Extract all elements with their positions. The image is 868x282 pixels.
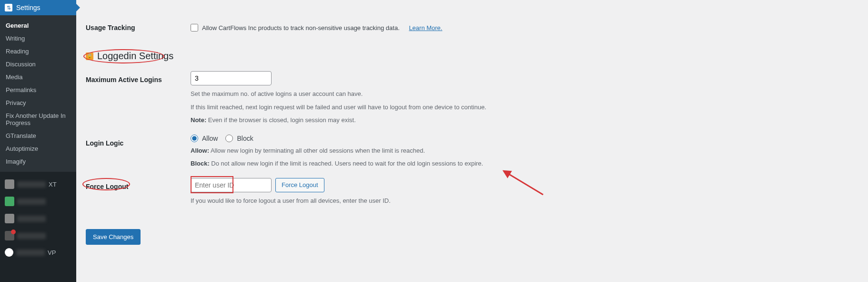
usage-tracking-label: Usage Tracking [86,19,191,31]
allow-bold: Allow: [191,147,209,154]
allow-radio[interactable] [191,135,198,142]
user-id-input[interactable] [191,178,272,192]
block-radio-label: Block [237,135,253,142]
main-content: Usage Tracking Allow CartFlows Inc produ… [76,0,868,282]
settings-submenu: General Writing Reading Discussion Media… [0,15,76,172]
submenu-privacy[interactable]: Privacy [0,96,76,109]
usage-tracking-row: Usage Tracking Allow CartFlows Inc produ… [86,19,858,31]
submenu-fix-update[interactable]: Fix Another Update In Progress [0,109,76,129]
plugin-label-blurred [17,216,46,222]
submenu-general[interactable]: General [0,19,76,32]
plugin-label-blurred [17,233,46,239]
block-description: Block: Do not allow new login if the lim… [191,159,858,168]
force-logout-desc: If you would like to force logout a user… [191,196,858,206]
plugin-item-4[interactable] [0,227,76,244]
block-bold: Block: [191,160,210,167]
usage-tracking-text: Allow CartFlows Inc products to track no… [202,24,400,31]
annotation-arrow [503,168,545,197]
save-changes-button[interactable]: Save Changes [86,229,141,245]
sidebar-plugins: XT VP [0,172,76,264]
force-logout-button[interactable]: Force Logout [275,178,324,192]
max-logins-desc2: If this limit reached, next login reques… [191,103,858,112]
plugin-item-1[interactable]: XT [0,176,76,193]
submenu-writing[interactable]: Writing [0,32,76,45]
login-logic-label: Login Logic [86,135,191,147]
max-logins-row: Maximum Active Logins Set the maximum no… [86,71,858,125]
force-logout-label-text: Force Logout [86,183,128,190]
allow-desc-text: Allow new login by terminating all other… [209,147,425,154]
force-logout-row: Force Logout Force Logout If you would l… [86,178,858,206]
submenu-autoptimize[interactable]: Autoptimize [0,142,76,155]
note-label: Note: [191,116,206,124]
plugin-vp-label: VP [48,249,56,256]
submenu-reading[interactable]: Reading [0,45,76,58]
submenu-imagify[interactable]: Imagify [0,155,76,168]
plugin-circle-icon [5,248,13,257]
submenu-media[interactable]: Media [0,71,76,84]
login-logic-row: Login Logic Allow Block Allow: Allow new… [86,135,858,168]
plugin-label-blurred [17,198,46,205]
learn-more-link[interactable]: Learn More. [409,24,442,31]
allow-radio-label: Allow [202,135,218,142]
plugin-icon [5,214,14,223]
sidebar-settings-header[interactable]: Settings [0,0,76,15]
admin-sidebar: Settings General Writing Reading Discuss… [0,0,76,282]
plugin-item-3[interactable] [0,210,76,227]
block-radio[interactable] [225,135,233,142]
sidebar-header-label: Settings [16,4,40,11]
note-text: Even if the browser is closed, login ses… [206,116,356,124]
allow-description: Allow: Allow new login by terminating al… [191,146,858,156]
max-logins-note: Note: Even if the browser is closed, log… [191,115,858,125]
force-logout-label: Force Logout [86,178,191,190]
plugin-icon [5,179,14,189]
plugin-label-blurred [17,181,46,188]
plugin-item-2[interactable] [0,193,76,210]
section-heading-text: Loggedin Settings [97,51,173,62]
plugin-xt-label: XT [49,181,57,188]
submenu-gtranslate[interactable]: GTranslate [0,129,76,142]
max-logins-label: Maximum Active Logins [86,71,191,84]
plugin-label-blurred [16,250,45,256]
plugin-icon [5,197,14,206]
submenu-permalinks[interactable]: Permalinks [0,84,76,96]
submenu-discussion[interactable]: Discussion [0,58,76,71]
lock-icon: 🔒 [86,52,93,60]
force-logout-field: Force Logout If you would like to force … [191,178,858,206]
settings-icon [5,4,12,11]
block-desc-text: Do not allow new login if the limit is r… [210,160,483,167]
max-logins-desc1: Set the maximum no. of active logins a u… [191,89,858,99]
plugin-icon-badge [5,231,14,240]
max-logins-input[interactable] [191,71,272,85]
plugin-item-5[interactable]: VP [0,244,76,261]
loggedin-settings-heading: 🔒 Loggedin Settings [86,51,858,62]
usage-tracking-checkbox[interactable] [191,24,198,31]
svg-line-1 [507,173,543,195]
